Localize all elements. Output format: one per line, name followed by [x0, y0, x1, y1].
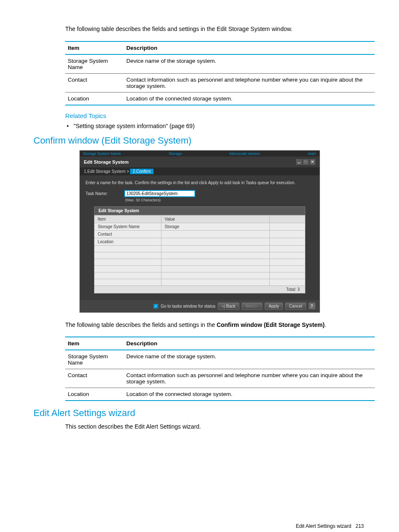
dialog-title: Edit Storage System: [84, 159, 129, 164]
grid-row: Storage System Name Storage: [94, 223, 305, 230]
topstrip-mid: Storage: [169, 152, 182, 156]
grid-cell: Storage System Name: [94, 223, 161, 230]
edit-storage-table: Item Description Storage System Name Dev…: [65, 41, 375, 105]
minimize-icon[interactable]: ⎽: [296, 159, 302, 165]
table-head-row: Item Description: [65, 41, 375, 54]
cell-item: Contact: [65, 369, 124, 388]
table-row: Location Location of the connected stora…: [65, 388, 375, 401]
topstrip-right2: main: [308, 152, 316, 156]
wizard-instruction: Enter a name for the task. Confirm the s…: [86, 180, 314, 185]
apply-button[interactable]: Apply: [265, 303, 283, 310]
maximize-icon[interactable]: □: [303, 159, 309, 165]
grid-cell: [269, 223, 305, 230]
table-row: Storage System Name Device name of the s…: [65, 350, 375, 369]
intro-paragraph-2: The following table describes the fields…: [65, 321, 366, 329]
cell-item: Contact: [65, 73, 124, 92]
grid-cell: Storage: [161, 223, 269, 230]
grid-cell: Location: [94, 238, 161, 245]
goto-tasks-checkbox[interactable]: ✓: [153, 304, 158, 308]
topstrip-right1: Microcode version: [230, 152, 260, 156]
cell-desc: Location of the connected storage system…: [124, 388, 375, 401]
grid-cell: [161, 238, 269, 245]
confirm-window-table: Item Description Storage System Name Dev…: [65, 337, 375, 401]
screenshot-topstrip: Storage System Name Storage Microcode ve…: [80, 151, 320, 157]
grid-cell: [161, 230, 269, 238]
grid-cell: [269, 230, 305, 238]
table-row: Storage System Name Device name of the s…: [65, 54, 375, 74]
goto-tasks-label: Go to tasks window for status: [161, 304, 215, 308]
confirm-window-screenshot: Storage System Name Storage Microcode ve…: [79, 150, 320, 313]
grid-head-value: Value: [161, 215, 269, 223]
next-button: Next ▷: [242, 303, 262, 310]
cell-desc: Contact information such as personnel an…: [124, 73, 375, 92]
task-name-input[interactable]: 130205-EditStorageSystem: [124, 190, 195, 197]
help-icon[interactable]: ?: [309, 303, 315, 309]
intro-paragraph-1: The following table describes the fields…: [65, 25, 366, 33]
grid-row: Location: [94, 238, 305, 245]
table-row: Contact Contact information such as pers…: [65, 73, 375, 92]
grid-row: Contact: [94, 230, 305, 238]
cell-item: Storage System Name: [65, 54, 124, 74]
cancel-button[interactable]: Cancel: [285, 303, 306, 310]
col-description: Description: [124, 41, 375, 54]
table-head-row: Item Description: [65, 337, 375, 350]
cell-desc: Contact information such as personnel an…: [124, 369, 375, 388]
col-item: Item: [65, 41, 124, 54]
cell-item: Location: [65, 388, 124, 401]
grid-cell: Contact: [94, 230, 161, 238]
summary-total: Total: 3: [94, 286, 305, 293]
back-button[interactable]: ◁ Back: [218, 303, 239, 310]
cell-item: Location: [65, 92, 124, 105]
table-row: Contact Contact information such as pers…: [65, 369, 375, 388]
page-footer: Edit Alert Settings wizard 213: [33, 523, 366, 529]
grid-head-item: Item: [94, 215, 161, 223]
task-name-label: Task Name:: [86, 191, 123, 196]
task-name-hint: (Max. 32 Characters): [125, 198, 314, 202]
table-row: Location Location of the connected stora…: [65, 92, 375, 105]
section2-body: This section describes the Edit Alert Se…: [65, 423, 366, 431]
wizard-breadcrumb: 1.Edit Storage System > 2.Confirm: [80, 167, 320, 175]
cell-desc: Location of the connected storage system…: [124, 92, 375, 105]
col-description: Description: [124, 337, 375, 350]
related-topics-heading: Related Topics: [65, 112, 366, 119]
confirm-window-heading: Confirm window (Edit Storage System): [33, 135, 366, 146]
cell-item: Storage System Name: [65, 350, 124, 369]
grid-cell: [269, 238, 305, 245]
breadcrumb-step1[interactable]: 1.Edit Storage System >: [84, 169, 129, 174]
edit-alert-settings-heading: Edit Alert Settings wizard: [33, 408, 366, 419]
cell-desc: Device name of the storage system.: [124, 350, 375, 369]
close-icon[interactable]: ✕: [309, 159, 315, 165]
topstrip-left: Storage System Name: [83, 152, 121, 156]
summary-panel-title: Edit Storage System: [94, 206, 305, 215]
grid-head-blank: [269, 215, 305, 223]
related-topics-link[interactable]: "Setting storage system information" (pa…: [65, 123, 366, 129]
cell-desc: Device name of the storage system.: [124, 54, 375, 74]
col-item: Item: [65, 337, 124, 350]
breadcrumb-step2: 2.Confirm: [130, 169, 153, 174]
summary-grid: Item Value Storage System Name Storage C…: [94, 215, 305, 286]
